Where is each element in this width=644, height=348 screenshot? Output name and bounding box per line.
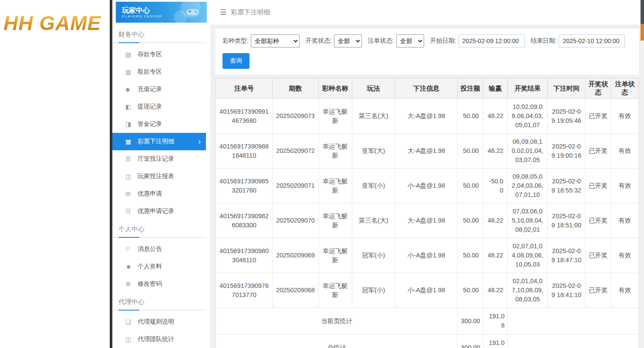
page-total-empty (507, 308, 638, 334)
column-header: 期数 (273, 78, 319, 99)
end-date-input[interactable] (559, 34, 625, 47)
grand-total-row: 总统计 300.00 191.08 (216, 334, 639, 348)
table-cell: 已开奖 (585, 273, 611, 308)
withdraw-icon: ▥ (125, 68, 138, 75)
table-cell: 亚军(小) (352, 169, 395, 203)
table-cell: 大-A盘@1.98 (395, 203, 458, 238)
sidebar-item-label: 玩家投注报表 (138, 172, 174, 180)
table-cell: 有效 (611, 169, 638, 203)
table-cell: 幸运飞艇新 (318, 238, 352, 273)
sidebar-menu: 财务中心▤存款专区▥取款专区◆充值记录◧提现记录◨资金记录▦彩票下注明细›☰厅室… (112, 25, 210, 348)
sidebar-item[interactable]: ⚙修改密码 (112, 275, 206, 293)
section-title: 个人中心 (112, 220, 206, 236)
document-icon: ❏ (125, 318, 138, 325)
table-cell: 50.00 (458, 273, 483, 308)
sidebar-item[interactable]: ✉优惠申请 (112, 185, 206, 203)
grand-total-bet: 300.00 (458, 334, 483, 348)
sidebar-item[interactable]: ◆充值记录 (112, 81, 206, 98)
section-divider (112, 237, 206, 238)
sidebar-item[interactable]: ▦彩票下注明细› (112, 133, 206, 150)
table-header-row: 注单号期数彩种名称玩法下注信息投注额输赢开奖结果下注时间开奖状态注单状态 (216, 78, 639, 99)
table-cell: 有效 (611, 273, 638, 308)
section-divider (112, 42, 206, 43)
scrollbar-thumb[interactable] (641, 24, 644, 41)
sidebar-item[interactable]: ☷优惠申请记录 (112, 203, 206, 220)
bell-icon: ⚐ (125, 246, 138, 253)
sidebar-item[interactable]: ▤存款专区 (112, 46, 206, 63)
filter-row: 彩种类型: 全部彩种 开奖状态: 全部 注单状态: 全部 开始日期: 结束日期: (223, 34, 632, 47)
filter-panel: 彩种类型: 全部彩种 开奖状态: 全部 注单状态: 全部 开始日期: 结束日期:… (216, 29, 639, 75)
table-cell: 2025-02-09 18:51:00 (548, 203, 585, 238)
menu-toggle-icon[interactable]: ☰ (220, 8, 226, 17)
table-cell: 48.22 (483, 134, 507, 169)
table-cell: 小-A盘@1.98 (395, 238, 458, 273)
chevron-right-icon: › (198, 138, 201, 145)
table-cell: 2025-02-09 18:47:10 (548, 238, 585, 273)
table-cell: 有效 (611, 99, 638, 134)
gamepad-icon (186, 7, 199, 17)
lottery-type-label: 彩种类型: (223, 37, 249, 45)
table-cell: 50.00 (458, 203, 483, 238)
column-header: 下注时间 (548, 78, 585, 99)
recharge-record-icon: ◆ (125, 86, 138, 93)
column-header: 玩法 (352, 78, 395, 99)
sidebar-item-label: 修改密码 (138, 280, 162, 288)
table-cell: 48.22 (483, 203, 507, 238)
logo-pane: HH GAME (0, 0, 110, 348)
table-cell: 401569173909767013770 (216, 273, 273, 308)
sidebar: 玩家中心 PLAYERS CENTER 财务中心▤存款专区▥取款专区◆充值记录◧… (112, 0, 210, 348)
table-cell: 48.22 (483, 273, 507, 308)
scrollbar-track[interactable] (641, 0, 644, 348)
table-cell: 幸运飞艇新 (318, 99, 352, 134)
sidebar-item[interactable]: ◫代理团队统计 (112, 331, 206, 348)
start-date-label: 开始日期: (430, 37, 456, 45)
table-body: 40156917390991467368020250209073幸运飞艇新第三名… (216, 99, 639, 308)
deposit-icon: ▤ (125, 51, 138, 58)
sidebar-item[interactable]: ◧提现记录 (112, 98, 206, 115)
lottery-type-select[interactable]: 全部彩种 (251, 34, 300, 47)
column-header: 开奖结果 (507, 78, 547, 99)
sidebar-item[interactable]: ▥取款专区 (112, 63, 206, 81)
table-row: 40156917390988164811020250209072幸运飞艇新亚军(… (216, 134, 639, 169)
sidebar-item[interactable]: ☰厅室投注记录 (112, 150, 206, 168)
sidebar-item[interactable]: ❏代理规则说明 (112, 313, 206, 331)
table-cell: 20250209070 (273, 203, 319, 238)
column-header: 开奖状态 (585, 78, 611, 99)
sidebar-item-label: 代理规则说明 (138, 318, 174, 326)
search-button[interactable]: 查询 (223, 53, 250, 69)
page-title: 彩票下注明细 (231, 8, 270, 17)
grand-total-winloss: 191.08 (483, 334, 507, 348)
start-date-input[interactable] (459, 34, 525, 47)
table-cell: 第三名(大) (352, 99, 395, 134)
order-status-select[interactable]: 全部 (396, 34, 424, 47)
sidebar-item-label: 充值记录 (138, 85, 162, 93)
column-header: 投注额 (458, 78, 483, 99)
draw-status-select[interactable]: 全部 (334, 34, 362, 47)
table-cell: 02,01,04,07,10,06,09,08,03,05 (507, 273, 547, 308)
gear-icon: ⚙ (125, 280, 138, 287)
bet-table: 注单号期数彩种名称玩法下注信息投注额输赢开奖结果下注时间开奖状态注单状态 401… (216, 78, 639, 348)
page-total-label: 当前页统计 (216, 308, 458, 334)
table-cell: 20250209073 (273, 99, 319, 134)
table-cell: 第三名(大) (352, 203, 395, 238)
players-center-header: 玩家中心 PLAYERS CENTER (116, 2, 207, 23)
section-title: 代理中心 (112, 293, 206, 309)
table-cell: 2025-02-09 18:41:10 (548, 273, 585, 308)
table-cell: 已开奖 (585, 169, 611, 203)
sidebar-item[interactable]: ☻个人资料 (112, 258, 206, 275)
table-row: 40156917390982608330020250209070幸运飞艇新第三名… (216, 203, 639, 238)
hall-bet-record-icon: ☰ (125, 155, 138, 162)
table-cell: 2025-02-09 19:00:16 (548, 134, 585, 169)
sidebar-item[interactable]: ◨资金记录 (112, 115, 206, 133)
table-cell: 48.22 (483, 238, 507, 273)
table-cell: 有效 (611, 238, 638, 273)
bet-table-card: 注单号期数彩种名称玩法下注信息投注额输赢开奖结果下注时间开奖状态注单状态 401… (216, 78, 639, 348)
sidebar-item[interactable]: ⚐消息公告 (112, 240, 206, 258)
table-cell: 401569173909881648110 (216, 134, 273, 169)
table-cell: 有效 (611, 134, 638, 169)
table-cell: 已开奖 (585, 203, 611, 238)
table-cell: 20250209069 (273, 238, 319, 273)
table-cell: 有效 (611, 203, 638, 238)
table-cell: 07,03,06,05,10,09,04,08,02,01 (507, 203, 547, 238)
sidebar-item[interactable]: ◫玩家投注报表 (112, 168, 206, 185)
